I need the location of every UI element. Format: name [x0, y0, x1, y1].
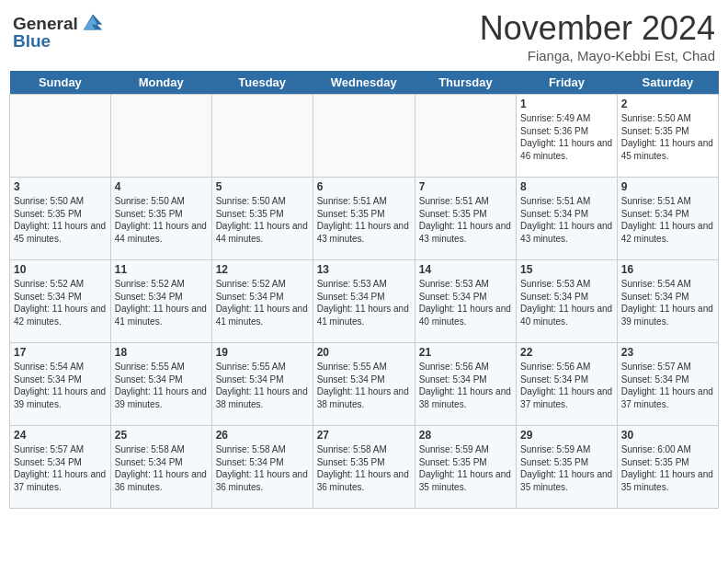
day-info: Daylight: 11 hours and 42 minutes. [621, 220, 714, 245]
calendar-cell: 14Sunrise: 5:53 AMSunset: 5:34 PMDayligh… [415, 260, 516, 343]
weekday-header-monday: Monday [110, 71, 211, 95]
day-number: 28 [419, 429, 512, 442]
weekday-header-saturday: Saturday [617, 71, 718, 95]
calendar-week-2: 3Sunrise: 5:50 AMSunset: 5:35 PMDaylight… [10, 178, 719, 260]
calendar-cell: 1Sunrise: 5:49 AMSunset: 5:36 PMDaylight… [517, 95, 618, 178]
day-info: Daylight: 11 hours and 46 minutes. [520, 137, 613, 162]
day-info: Sunrise: 5:53 AM [317, 278, 411, 291]
day-number: 21 [419, 346, 512, 359]
day-info: Sunset: 5:34 PM [419, 291, 512, 304]
day-info: Sunrise: 5:58 AM [115, 443, 208, 456]
weekday-header-thursday: Thursday [415, 71, 516, 95]
day-info: Sunrise: 5:54 AM [14, 361, 107, 373]
day-number: 29 [520, 429, 613, 442]
day-info: Daylight: 11 hours and 38 minutes. [317, 385, 411, 410]
day-info: Daylight: 11 hours and 42 minutes. [14, 303, 107, 327]
day-info: Sunset: 5:34 PM [216, 373, 309, 386]
day-info: Sunset: 5:35 PM [115, 208, 208, 221]
day-info: Daylight: 11 hours and 41 minutes. [317, 303, 411, 327]
day-info: Sunset: 5:35 PM [216, 208, 309, 221]
day-info: Sunrise: 5:50 AM [621, 112, 714, 125]
logo-blue: Blue [13, 31, 51, 51]
day-info: Sunset: 5:35 PM [621, 456, 714, 469]
calendar-cell [10, 95, 111, 178]
day-info: Daylight: 11 hours and 35 minutes. [520, 468, 613, 493]
calendar-cell: 23Sunrise: 5:57 AMSunset: 5:34 PMDayligh… [617, 343, 718, 426]
logo-general: General [13, 14, 78, 33]
day-info: Sunrise: 5:58 AM [216, 443, 309, 456]
calendar-cell: 22Sunrise: 5:56 AMSunset: 5:34 PMDayligh… [517, 343, 618, 426]
calendar-cell: 6Sunrise: 5:51 AMSunset: 5:35 PMDaylight… [313, 178, 415, 260]
day-number: 27 [317, 429, 411, 442]
calendar-cell: 7Sunrise: 5:51 AMSunset: 5:35 PMDaylight… [415, 178, 516, 260]
logo: General Blue [13, 13, 106, 52]
day-info: Sunset: 5:34 PM [14, 291, 107, 304]
day-info: Daylight: 11 hours and 45 minutes. [621, 137, 714, 162]
day-info: Daylight: 11 hours and 37 minutes. [14, 468, 107, 493]
day-info: Sunset: 5:36 PM [520, 125, 613, 138]
day-info: Sunset: 5:34 PM [520, 208, 613, 221]
calendar-cell: 5Sunrise: 5:50 AMSunset: 5:35 PMDaylight… [211, 178, 313, 260]
day-info: Sunset: 5:35 PM [621, 125, 714, 138]
day-info: Sunrise: 5:52 AM [14, 278, 107, 291]
day-info: Sunrise: 5:50 AM [14, 195, 107, 208]
calendar-cell: 16Sunrise: 5:54 AMSunset: 5:34 PMDayligh… [617, 260, 718, 343]
day-number: 20 [317, 346, 411, 359]
calendar-cell: 29Sunrise: 5:59 AMSunset: 5:35 PMDayligh… [517, 426, 618, 509]
calendar-cell: 28Sunrise: 5:59 AMSunset: 5:35 PMDayligh… [415, 426, 516, 509]
day-number: 8 [520, 180, 613, 193]
day-number: 6 [317, 180, 411, 193]
day-number: 23 [621, 346, 714, 359]
day-info: Sunset: 5:34 PM [317, 291, 411, 304]
weekday-header-sunday: Sunday [10, 71, 111, 95]
calendar-cell: 10Sunrise: 5:52 AMSunset: 5:34 PMDayligh… [10, 260, 111, 343]
day-info: Sunset: 5:34 PM [621, 373, 714, 386]
day-info: Daylight: 11 hours and 45 minutes. [14, 220, 107, 245]
day-info: Sunrise: 5:56 AM [520, 361, 613, 373]
calendar-cell: 9Sunrise: 5:51 AMSunset: 5:34 PMDaylight… [617, 178, 718, 260]
day-number: 7 [419, 180, 512, 193]
day-info: Sunrise: 5:57 AM [14, 443, 107, 456]
day-info: Sunset: 5:34 PM [317, 373, 411, 386]
location-title: Fianga, Mayo-Kebbi Est, Chad [480, 48, 715, 63]
day-info: Sunrise: 5:51 AM [419, 195, 512, 208]
day-info: Sunrise: 5:50 AM [216, 195, 309, 208]
day-info: Sunset: 5:35 PM [14, 208, 107, 221]
day-info: Daylight: 11 hours and 41 minutes. [216, 303, 309, 327]
day-info: Sunset: 5:35 PM [520, 456, 613, 469]
day-number: 9 [621, 180, 714, 193]
calendar-cell: 26Sunrise: 5:58 AMSunset: 5:34 PMDayligh… [211, 426, 313, 509]
day-number: 24 [14, 429, 107, 442]
day-info: Sunset: 5:35 PM [419, 208, 512, 221]
day-number: 16 [621, 263, 714, 276]
day-info: Daylight: 11 hours and 35 minutes. [419, 468, 512, 493]
calendar-cell: 8Sunrise: 5:51 AMSunset: 5:34 PMDaylight… [517, 178, 618, 260]
day-info: Sunset: 5:35 PM [317, 456, 411, 469]
day-number: 11 [115, 263, 208, 276]
day-info: Sunset: 5:35 PM [317, 208, 411, 221]
calendar-cell: 13Sunrise: 5:53 AMSunset: 5:34 PMDayligh… [313, 260, 415, 343]
day-info: Sunrise: 5:55 AM [115, 361, 208, 373]
day-number: 1 [520, 98, 613, 110]
day-info: Daylight: 11 hours and 39 minutes. [115, 385, 208, 410]
day-info: Daylight: 11 hours and 36 minutes. [216, 468, 309, 493]
day-info: Sunrise: 5:54 AM [621, 278, 714, 291]
day-info: Sunrise: 5:52 AM [115, 278, 208, 291]
day-info: Sunset: 5:34 PM [621, 208, 714, 221]
day-number: 5 [216, 180, 309, 193]
weekday-header-tuesday: Tuesday [211, 71, 313, 95]
calendar-cell: 2Sunrise: 5:50 AMSunset: 5:35 PMDaylight… [617, 95, 718, 178]
calendar-cell: 4Sunrise: 5:50 AMSunset: 5:35 PMDaylight… [110, 178, 211, 260]
calendar-cell: 24Sunrise: 5:57 AMSunset: 5:34 PMDayligh… [10, 426, 111, 509]
day-info: Sunset: 5:34 PM [621, 291, 714, 304]
calendar-table: SundayMondayTuesdayWednesdayThursdayFrid… [9, 71, 719, 509]
month-title: November 2024 [480, 9, 715, 48]
day-info: Daylight: 11 hours and 43 minutes. [520, 220, 613, 245]
day-info: Sunrise: 5:56 AM [419, 361, 512, 373]
day-info: Sunset: 5:35 PM [419, 456, 512, 469]
day-info: Sunset: 5:34 PM [115, 373, 208, 386]
day-number: 26 [216, 429, 309, 442]
day-info: Sunset: 5:34 PM [520, 373, 613, 386]
page-header: General Blue November 2024 Fianga, Mayo-… [9, 9, 719, 63]
calendar-cell: 21Sunrise: 5:56 AMSunset: 5:34 PMDayligh… [415, 343, 516, 426]
